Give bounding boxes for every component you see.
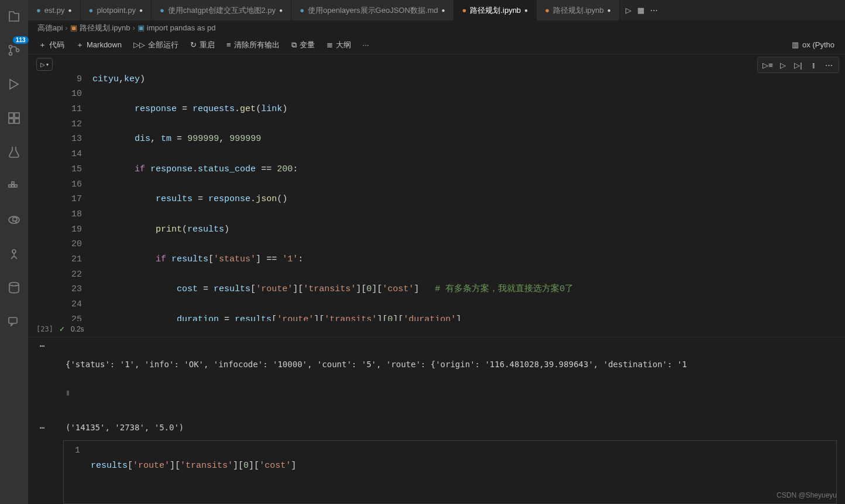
success-icon: ✓ (59, 325, 65, 333)
outline-button[interactable]: ≣ 大纲 (322, 38, 356, 52)
svg-point-12 (12, 250, 16, 253)
docker-icon[interactable] (0, 174, 28, 198)
svg-point-0 (9, 46, 12, 49)
svg-point-2 (16, 49, 19, 52)
more-button[interactable]: ··· (358, 39, 374, 51)
add-markdown-button[interactable]: ＋ Markdown (71, 38, 126, 52)
exec-count: [23] (36, 325, 53, 333)
code-cell[interactable]: ▷▾ ▷≡ ▷ ▷| ⫿ ⋯ 9101112131415161718192021… (28, 54, 845, 321)
scm-badge: 113 (13, 36, 29, 44)
gitlens-icon[interactable] (0, 242, 28, 265)
cell-output-1: ⋯ {'status': '1', 'info': 'OK', 'infocod… (28, 337, 845, 419)
breadcrumb-cell[interactable]: import pandas as pd (147, 23, 216, 32)
code-cell-2[interactable]: 1 results['route']['transits'][0]['cost'… (63, 440, 837, 504)
grid-icon[interactable]: ▦ (637, 6, 644, 15)
exec-time: 0.2s (71, 325, 84, 333)
database-icon[interactable] (0, 276, 28, 299)
tab-chatgpt-map-py[interactable]: ●使用chatgpt创建交互式地图2.py● (152, 0, 291, 20)
line-numbers: 1 (64, 441, 91, 503)
svg-rect-5 (9, 119, 13, 123)
run-by-line-icon[interactable]: ▷≡ (761, 59, 774, 71)
svg-rect-8 (12, 185, 14, 187)
more-icon[interactable]: ⋯ (650, 6, 658, 15)
run-debug-icon[interactable] (0, 73, 28, 96)
kernel-selector[interactable]: ▥ ox (Pytho (787, 39, 839, 51)
add-code-button[interactable]: ＋ 代码 (34, 38, 69, 52)
execute-below-icon[interactable]: ▷| (792, 59, 805, 71)
editor-tabs: ●est.py● ●plotpoint.py● ●使用chatgpt创建交互式地… (28, 0, 845, 20)
tab-est-py[interactable]: ●est.py● (28, 0, 81, 20)
svg-point-13 (9, 282, 19, 286)
run-all-button[interactable]: ▷▷ 全部运行 (129, 38, 183, 52)
comments-icon[interactable] (0, 310, 28, 333)
tab-openlayers-md[interactable]: ●使用openlayers展示GeoJSON数据.md● (291, 0, 454, 20)
output-collapse-icon[interactable]: ⋯ (36, 341, 60, 416)
line-numbers: 9101112131415161718192021222324252627282… (61, 54, 92, 321)
watermark: CSDN @Sheyueyu (777, 491, 837, 499)
run-icon[interactable]: ▷ (626, 6, 631, 15)
svg-rect-3 (9, 113, 13, 118)
svg-rect-6 (15, 119, 19, 123)
code-editor[interactable]: results['route']['transits'][0]['cost'] (91, 441, 836, 503)
svg-rect-7 (9, 185, 11, 187)
tab-actions: ▷ ▦ ⋯ (620, 0, 664, 20)
code-editor[interactable]: cityu,key) response = requests.get(link)… (92, 54, 845, 321)
svg-rect-4 (15, 113, 19, 118)
breadcrumbs[interactable]: 高德api › ▣ 路径规划.ipynb › ▣ import pandas a… (28, 20, 845, 36)
cell-status: [23] ✓ 0.2s (28, 321, 845, 337)
run-cell-button[interactable]: ▷▾ (36, 58, 53, 71)
execute-above-icon[interactable]: ▷ (777, 59, 789, 71)
notebook-toolbar: ＋ 代码 ＋ Markdown ▷▷ 全部运行 ↻ 重启 ≡ 清除所有输出 ⧉ … (28, 36, 845, 54)
split-icon[interactable]: ⫿ (807, 59, 820, 71)
tab-route-ipynb-2[interactable]: ●路径规划.ipynb● (537, 0, 620, 20)
r-icon[interactable] (0, 208, 28, 232)
output-collapse-icon[interactable]: ⋯ (36, 423, 60, 432)
variables-button[interactable]: ⧉ 变量 (287, 38, 320, 52)
tab-route-ipynb-active[interactable]: ●路径规划.ipynb● (454, 0, 537, 20)
svg-rect-14 (9, 317, 17, 323)
chevron-icon: › (65, 23, 67, 32)
cell-output-2: ⋯ ('14135', '2738', '5.0') (28, 419, 184, 436)
testing-icon[interactable] (0, 140, 28, 164)
breadcrumb-root[interactable]: 高德api (37, 23, 63, 33)
chevron-icon: › (132, 23, 135, 32)
clear-outputs-button[interactable]: ≡ 清除所有输出 (222, 38, 284, 52)
activity-bar: 113 (0, 0, 28, 504)
more-cell-icon[interactable]: ⋯ (822, 59, 835, 71)
explorer-icon[interactable] (0, 5, 28, 28)
svg-point-1 (9, 53, 12, 56)
svg-rect-10 (12, 182, 14, 184)
breadcrumb-file[interactable]: 路径规划.ipynb (80, 23, 130, 33)
server-icon: ▥ (792, 40, 799, 49)
cell-toolbar: ▷≡ ▷ ▷| ⫿ ⋯ (757, 57, 839, 73)
restart-button[interactable]: ↻ 重启 (186, 38, 219, 52)
tab-plotpoint-py[interactable]: ●plotpoint.py● (81, 0, 152, 20)
extensions-icon[interactable] (0, 106, 28, 130)
svg-rect-9 (15, 185, 17, 187)
